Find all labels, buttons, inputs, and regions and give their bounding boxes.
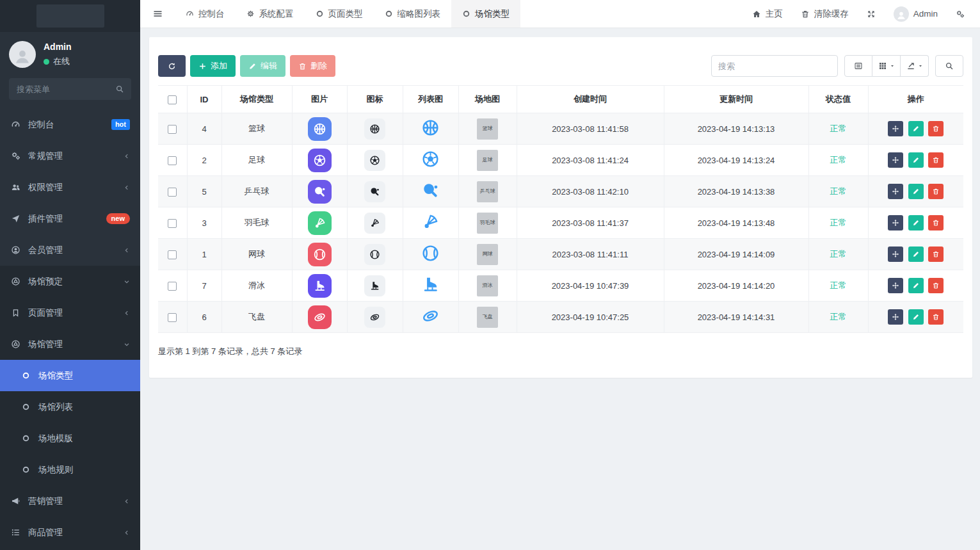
status-value[interactable]: 正常 bbox=[830, 312, 847, 321]
table-row[interactable]: 2 足球 足球 2023-03-08 11:41:24 2023-04-19 1… bbox=[158, 145, 963, 176]
fullscreen-button[interactable] bbox=[858, 0, 885, 28]
drag-sort-button[interactable] bbox=[888, 121, 903, 136]
row-edit-button[interactable] bbox=[908, 184, 924, 199]
table-row[interactable]: 6 飞盘 飞盘 2023-04-19 10:47:25 2023-04-19 1… bbox=[158, 302, 963, 333]
drag-sort-button[interactable] bbox=[888, 309, 903, 325]
venue-image[interactable] bbox=[308, 117, 332, 141]
venue-image[interactable] bbox=[308, 180, 332, 204]
add-button[interactable]: 添加 bbox=[190, 55, 236, 77]
tab-page-type[interactable]: 页面类型 bbox=[305, 0, 374, 28]
venue-list-image[interactable] bbox=[421, 307, 440, 325]
venue-list-image[interactable] bbox=[421, 275, 440, 294]
row-checkbox[interactable] bbox=[168, 250, 177, 259]
row-checkbox[interactable] bbox=[168, 219, 177, 228]
column-header-status[interactable]: 状态值 bbox=[808, 86, 868, 113]
venue-map-thumbnail[interactable]: 滑冰 bbox=[477, 275, 498, 296]
status-value[interactable]: 正常 bbox=[830, 218, 847, 227]
venue-map-thumbnail[interactable]: 羽毛球 bbox=[477, 213, 498, 234]
column-header-image[interactable]: 图片 bbox=[292, 86, 347, 113]
table-row[interactable]: 3 羽毛球 羽毛球 2023-03-08 11:41:37 2023-04-19… bbox=[158, 207, 963, 239]
sidebar-item-field-rules[interactable]: 场地规则 bbox=[0, 454, 140, 485]
venue-image[interactable] bbox=[308, 149, 332, 172]
row-delete-button[interactable] bbox=[928, 121, 944, 136]
tab-venue-type[interactable]: 场馆类型 bbox=[451, 0, 520, 28]
status-value[interactable]: 正常 bbox=[830, 124, 847, 133]
sidebar-item-members[interactable]: 会员管理 bbox=[0, 234, 140, 266]
venue-icon[interactable] bbox=[364, 275, 385, 296]
venue-icon[interactable] bbox=[364, 307, 385, 328]
logo-area[interactable] bbox=[0, 0, 140, 32]
row-checkbox[interactable] bbox=[168, 125, 177, 134]
column-header-created[interactable]: 创建时间 bbox=[517, 86, 664, 113]
venue-list-image[interactable] bbox=[421, 150, 440, 168]
delete-button[interactable]: 删除 bbox=[290, 55, 335, 77]
menu-toggle-button[interactable] bbox=[140, 0, 175, 28]
status-value[interactable]: 正常 bbox=[830, 155, 847, 165]
venue-image[interactable] bbox=[308, 274, 332, 298]
user-menu[interactable]: Admin bbox=[885, 0, 947, 28]
column-header-updated[interactable]: 更新时间 bbox=[664, 86, 808, 113]
column-header-field-map[interactable]: 场地图 bbox=[458, 86, 517, 113]
row-edit-button[interactable] bbox=[908, 309, 924, 325]
sidebar-item-pages[interactable]: 页面管理 bbox=[0, 297, 140, 328]
avatar[interactable] bbox=[9, 41, 36, 68]
search-toggle-button[interactable] bbox=[935, 55, 963, 77]
row-delete-button[interactable] bbox=[928, 278, 944, 293]
venue-list-image[interactable] bbox=[421, 244, 440, 263]
row-checkbox[interactable] bbox=[168, 313, 177, 322]
venue-icon[interactable] bbox=[364, 181, 385, 202]
tab-thumbnail-list[interactable]: 缩略图列表 bbox=[374, 0, 452, 28]
tab-dashboard[interactable]: 控制台 bbox=[175, 0, 236, 28]
venue-list-image[interactable] bbox=[421, 181, 440, 200]
sidebar-item-venue-management[interactable]: 场馆管理 bbox=[0, 328, 140, 360]
row-edit-button[interactable] bbox=[908, 152, 924, 168]
row-edit-button[interactable] bbox=[908, 215, 924, 231]
column-header-list-image[interactable]: 列表图 bbox=[403, 86, 458, 113]
venue-icon[interactable] bbox=[364, 150, 385, 171]
sidebar-item-dashboard[interactable]: 控制台 hot bbox=[0, 109, 140, 140]
sidebar-item-venue-list[interactable]: 场馆列表 bbox=[0, 391, 140, 423]
toggle-view-button[interactable] bbox=[844, 55, 872, 77]
sidebar-item-field-template[interactable]: 场地模版 bbox=[0, 423, 140, 454]
sidebar-item-marketing[interactable]: 营销管理 bbox=[0, 485, 140, 517]
venue-map-thumbnail[interactable]: 乒乓球 bbox=[477, 181, 498, 202]
row-delete-button[interactable] bbox=[928, 215, 944, 231]
table-row[interactable]: 5 乒乓球 乒乓球 2023-03-08 11:42:10 2023-04-19… bbox=[158, 176, 963, 207]
sidebar-item-goods[interactable]: 商品管理 bbox=[0, 517, 140, 548]
select-all-checkbox[interactable] bbox=[168, 95, 177, 104]
row-delete-button[interactable] bbox=[928, 247, 944, 262]
export-dropdown-button[interactable] bbox=[901, 55, 929, 77]
column-header-icon[interactable]: 图标 bbox=[347, 86, 403, 113]
table-row[interactable]: 7 滑冰 滑冰 2023-04-19 10:47:39 2023-04-19 1… bbox=[158, 270, 963, 302]
tab-system-config[interactable]: 系统配置 bbox=[236, 0, 305, 28]
venue-list-image[interactable] bbox=[421, 118, 440, 137]
column-header-actions[interactable]: 操作 bbox=[868, 86, 963, 113]
columns-dropdown-button[interactable] bbox=[872, 55, 901, 77]
venue-list-image[interactable] bbox=[421, 213, 440, 231]
row-delete-button[interactable] bbox=[928, 152, 944, 168]
drag-sort-button[interactable] bbox=[888, 184, 903, 199]
venue-icon[interactable] bbox=[364, 118, 385, 140]
drag-sort-button[interactable] bbox=[888, 215, 903, 231]
refresh-button[interactable] bbox=[158, 55, 186, 77]
row-edit-button[interactable] bbox=[908, 121, 924, 136]
row-checkbox[interactable] bbox=[168, 188, 177, 197]
row-delete-button[interactable] bbox=[928, 184, 944, 199]
home-button[interactable]: 主页 bbox=[743, 0, 792, 28]
status-value[interactable]: 正常 bbox=[830, 280, 847, 290]
row-edit-button[interactable] bbox=[908, 278, 924, 293]
edit-button[interactable]: 编辑 bbox=[240, 55, 285, 77]
column-header-id[interactable]: ID bbox=[187, 86, 221, 113]
row-checkbox[interactable] bbox=[168, 282, 177, 291]
venue-map-thumbnail[interactable]: 足球 bbox=[477, 150, 498, 171]
drag-sort-button[interactable] bbox=[888, 278, 903, 293]
table-row[interactable]: 1 网球 网球 2023-03-08 11:41:11 2023-04-19 1… bbox=[158, 239, 963, 270]
clear-cache-button[interactable]: 清除缓存 bbox=[792, 0, 858, 28]
row-edit-button[interactable] bbox=[908, 247, 924, 262]
sidebar-item-general[interactable]: 常规管理 bbox=[0, 140, 140, 172]
sidebar-item-addons[interactable]: 插件管理 new bbox=[0, 203, 140, 234]
column-header-venue-type[interactable]: 场馆类型 bbox=[221, 86, 292, 113]
status-value[interactable]: 正常 bbox=[830, 186, 847, 196]
venue-image[interactable] bbox=[308, 211, 332, 235]
table-row[interactable]: 4 篮球 篮球 2023-03-08 11:41:58 2023-04-19 1… bbox=[158, 113, 963, 145]
